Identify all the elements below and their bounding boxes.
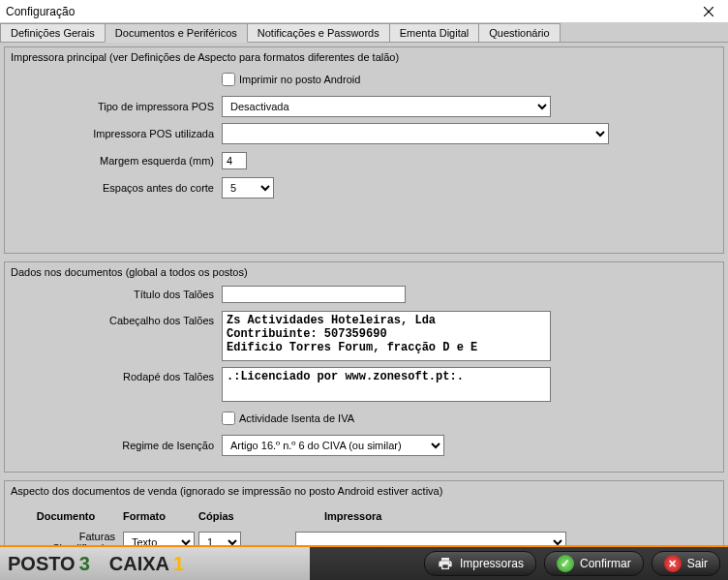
checkbox-isenta-iva-input[interactable] (222, 412, 235, 425)
table-row: Faturas Simplificadas Texto 1 (11, 528, 717, 546)
row-impressora-select[interactable] (295, 532, 566, 546)
checkbox-imprimir-android-input[interactable] (222, 73, 235, 86)
cabecalho-taloes-label: Cabeçalho dos Talões (11, 311, 222, 326)
checkbox-imprimir-android[interactable]: Imprimir no posto Android (222, 73, 360, 86)
impressoras-label: Impressoras (460, 557, 524, 570)
titulo-taloes-input[interactable] (222, 286, 406, 303)
tipo-impressora-label: Tipo de impressora POS (11, 101, 222, 112)
group-impressora-principal: Impressora principal (ver Definições de … (4, 46, 724, 254)
posto-label: POSTO (8, 553, 76, 575)
espacos-corte-label: Espaços antes do corte (11, 182, 222, 194)
group-title: Aspecto dos documentos de venda (ignorad… (11, 485, 717, 497)
col-copias: Cópias (198, 510, 257, 522)
cabecalho-taloes-textarea[interactable]: Zs Actividades Hoteleiras, Lda Contribui… (222, 311, 551, 361)
footer-bar: POSTO 3 CAIXA 1 Impressoras Confirmar Sa… (0, 545, 728, 580)
content-panel: Impressora principal (ver Definições de … (0, 43, 728, 546)
group-title: Impressora principal (ver Definições de … (11, 51, 717, 63)
tipo-impressora-select[interactable]: Desactivada (222, 96, 551, 117)
posto-caixa-indicator: POSTO 3 CAIXA 1 (0, 547, 310, 580)
rodape-taloes-textarea[interactable]: .:Licenciado por www.zonesoft.pt:. (222, 367, 551, 402)
tab-notificacoes-passwords[interactable]: Notificações e Passwords (247, 23, 390, 42)
tab-questionario[interactable]: Questionário (478, 23, 560, 42)
row-copias-select[interactable]: 1 (198, 532, 241, 546)
impressora-utilizada-label: Impressora POS utilizada (11, 128, 222, 139)
checkbox-imprimir-android-label: Imprimir no posto Android (239, 74, 360, 85)
check-icon (557, 555, 574, 572)
rodape-taloes-label: Rodapé dos Talões (11, 367, 222, 382)
row-formato-select[interactable]: Texto (123, 532, 195, 546)
confirmar-button[interactable]: Confirmar (544, 551, 644, 576)
group-aspecto-documentos: Aspecto dos documentos de venda (ignorad… (4, 480, 724, 546)
regime-isencao-select[interactable]: Artigo 16.º n.º 6 do CIVA (ou similar) (222, 435, 444, 456)
window-title: Configuração (6, 5, 695, 18)
checkbox-isenta-iva-label: Actividade Isenta de IVA (239, 412, 354, 424)
impressora-utilizada-select[interactable] (222, 123, 609, 144)
checkbox-isenta-iva[interactable]: Actividade Isenta de IVA (222, 412, 354, 425)
confirmar-label: Confirmar (580, 557, 631, 570)
posto-number: 3 (79, 553, 90, 575)
caixa-number: 1 (173, 553, 184, 575)
caixa-label: CAIXA (109, 553, 169, 575)
tab-ementa-digital[interactable]: Ementa Digital (389, 23, 480, 42)
table-header: Documento Formato Cópias Impressora (11, 503, 717, 528)
tab-documentos-perifericos[interactable]: Documentos e Periféricos (105, 23, 248, 43)
titulo-taloes-label: Título dos Talões (11, 289, 222, 300)
margem-esquerda-label: Margem esquerda (mm) (11, 155, 222, 167)
group-dados-documentos: Dados nos documentos (global a todos os … (4, 261, 724, 473)
margem-esquerda-input[interactable] (222, 152, 247, 169)
row-doc-label: Faturas Simplificadas (16, 531, 123, 546)
impressoras-button[interactable]: Impressoras (424, 551, 536, 576)
col-documento: Documento (16, 510, 123, 522)
close-icon (664, 555, 682, 572)
espacos-corte-select[interactable]: 5 (222, 177, 274, 198)
regime-isencao-label: Regime de Isenção (11, 440, 222, 451)
group-title: Dados nos documentos (global a todos os … (11, 266, 717, 278)
col-impressora: Impressora (257, 510, 712, 522)
tab-strip: Definições Gerais Documentos e Periféric… (0, 23, 728, 43)
tab-definicoes-gerais[interactable]: Definições Gerais (0, 23, 106, 42)
sair-button[interactable]: Sair (652, 551, 720, 576)
printer-icon (437, 555, 454, 572)
close-button[interactable] (695, 2, 722, 21)
sair-label: Sair (687, 557, 708, 570)
col-formato: Formato (123, 510, 198, 522)
